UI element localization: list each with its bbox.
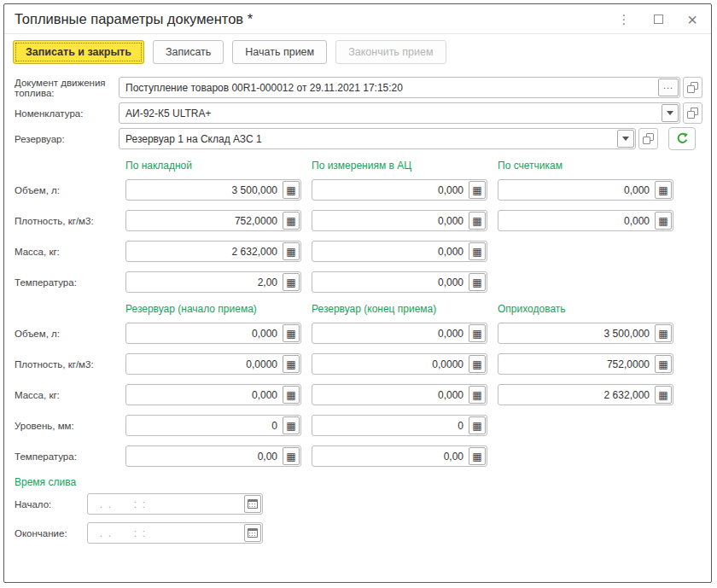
close-icon: ×	[687, 11, 697, 28]
calendar-icon	[248, 528, 258, 538]
document-open-button[interactable]	[683, 77, 702, 98]
density-counters-input[interactable]	[498, 211, 654, 230]
refresh-icon	[676, 132, 689, 145]
document-field-group: ...	[119, 77, 680, 98]
s2-level-row: Уровень, мм: ▦ ▦	[15, 415, 702, 436]
calculator-icon: ▦	[472, 421, 481, 431]
reservoir-dropdown-button[interactable]	[617, 130, 634, 148]
drain-start-input[interactable]	[88, 494, 243, 514]
calculator-button[interactable]: ▦	[469, 273, 486, 291]
reservoir-refresh-button[interactable]	[668, 127, 696, 150]
mass-tank-end-input[interactable]	[312, 385, 468, 405]
start-reception-button[interactable]: Начать прием	[232, 40, 327, 64]
volume-capitalize-input[interactable]	[498, 323, 654, 343]
density-tank-end-input[interactable]	[312, 354, 468, 374]
density-capitalize-input[interactable]	[498, 354, 654, 374]
s2-mass-row: Масса, кг: ▦ ▦ ▦	[15, 384, 702, 405]
volume-acz-input[interactable]	[312, 180, 468, 200]
volume-tank-end-input[interactable]	[312, 323, 468, 343]
calculator-button[interactable]: ▦	[469, 447, 486, 465]
calculator-button[interactable]: ▦	[655, 212, 672, 230]
calculator-button[interactable]: ▦	[283, 324, 300, 342]
temperature-invoice-input[interactable]	[126, 272, 282, 292]
row-label: Температура:	[15, 277, 125, 288]
calculator-button[interactable]: ▦	[283, 355, 300, 373]
row-label: Плотность, кг/м3:	[15, 216, 125, 226]
calculator-button[interactable]: ▦	[283, 416, 300, 434]
calculator-button[interactable]: ▦	[469, 212, 486, 230]
volume-tank-start-input[interactable]	[126, 323, 282, 343]
s2-density-row: Плотность, кг/м3: ▦ ▦ ▦	[15, 353, 702, 375]
more-menu-button[interactable]: ⋮	[617, 13, 631, 26]
temperature-tank-end-input[interactable]	[312, 446, 468, 466]
save-button[interactable]: Записать	[153, 40, 224, 64]
density-capitalize-cell: ▦	[498, 353, 673, 375]
level-tank-start-input[interactable]	[126, 416, 282, 435]
calculator-icon: ▦	[286, 421, 295, 431]
reservoir-open-button[interactable]	[638, 128, 658, 149]
calculator-button[interactable]: ▦	[283, 181, 300, 199]
save-and-close-button[interactable]: Записать и закрыть	[13, 40, 144, 64]
document-row: Документ движения топлива: ...	[15, 77, 702, 98]
calculator-icon: ▦	[472, 451, 481, 462]
calculator-button[interactable]: ▦	[655, 355, 672, 373]
drain-start-cell	[87, 493, 263, 515]
document-label: Документ движения топлива:	[15, 78, 119, 98]
drain-start-calendar-button[interactable]	[244, 495, 261, 513]
calculator-icon: ▦	[658, 359, 667, 370]
mass-tank-start-input[interactable]	[126, 385, 282, 405]
mass-tank-end-cell: ▦	[312, 384, 487, 405]
mass-acz-cell: ▦	[312, 241, 487, 262]
density-tank-start-cell: ▦	[125, 353, 301, 375]
calculator-button[interactable]: ▦	[283, 447, 300, 465]
row-label: Масса, кг:	[15, 390, 125, 400]
row-label: Масса, кг:	[15, 247, 125, 257]
calculator-button[interactable]: ▦	[469, 416, 486, 434]
temperature-tank-start-input[interactable]	[126, 446, 282, 466]
nomenclature-dropdown-button[interactable]	[662, 104, 679, 122]
density-invoice-cell: ▦	[125, 210, 301, 231]
calculator-button[interactable]: ▦	[283, 212, 300, 230]
calculator-button[interactable]: ▦	[469, 355, 486, 373]
calculator-icon: ▦	[286, 185, 295, 195]
drain-end-input[interactable]	[88, 523, 243, 543]
calculator-button[interactable]: ▦	[283, 273, 300, 291]
drain-end-row: Окончание:	[15, 522, 702, 544]
temperature-acz-input[interactable]	[312, 272, 468, 292]
mass-invoice-input[interactable]	[126, 242, 282, 261]
calculator-icon: ▦	[658, 185, 667, 195]
volume-invoice-input[interactable]	[126, 180, 282, 200]
end-reception-button: Закончить прием	[335, 40, 446, 64]
mass-capitalize-input[interactable]	[498, 385, 654, 405]
document-choose-button[interactable]: ...	[658, 79, 679, 96]
window-controls: ⋮ ×	[617, 13, 699, 26]
document-input[interactable]	[120, 78, 657, 97]
mass-acz-input[interactable]	[312, 242, 468, 261]
level-tank-end-input[interactable]	[312, 416, 468, 435]
column-header-tank-end: Резервуар (конец приема)	[312, 303, 487, 315]
drain-end-calendar-button[interactable]	[244, 524, 261, 542]
calculator-button[interactable]: ▦	[283, 386, 300, 404]
density-tank-start-input[interactable]	[126, 354, 282, 374]
temperature-tank-start-cell: ▦	[125, 445, 301, 467]
density-invoice-input[interactable]	[126, 211, 282, 230]
reservoir-input[interactable]	[120, 129, 616, 148]
calculator-button[interactable]: ▦	[655, 181, 672, 199]
close-button[interactable]: ×	[685, 13, 699, 26]
nomenclature-label: Номенклатура:	[15, 108, 119, 119]
nomenclature-row: Номенклатура:	[15, 102, 702, 124]
reservoir-row: Резервуар:	[15, 128, 702, 149]
nomenclature-input[interactable]	[120, 103, 661, 123]
density-acz-input[interactable]	[312, 211, 468, 230]
calculator-button[interactable]: ▦	[655, 386, 672, 404]
calculator-button[interactable]: ▦	[469, 386, 486, 404]
calculator-button[interactable]: ▦	[469, 324, 486, 342]
maximize-button[interactable]	[651, 13, 665, 26]
calculator-button[interactable]: ▦	[469, 181, 486, 199]
nomenclature-open-button[interactable]	[683, 102, 702, 124]
calculator-button[interactable]: ▦	[469, 242, 486, 260]
volume-counters-input[interactable]	[498, 180, 654, 200]
calculator-button[interactable]: ▦	[283, 242, 300, 260]
calculator-icon: ▦	[286, 359, 295, 370]
calculator-button[interactable]: ▦	[655, 324, 672, 342]
